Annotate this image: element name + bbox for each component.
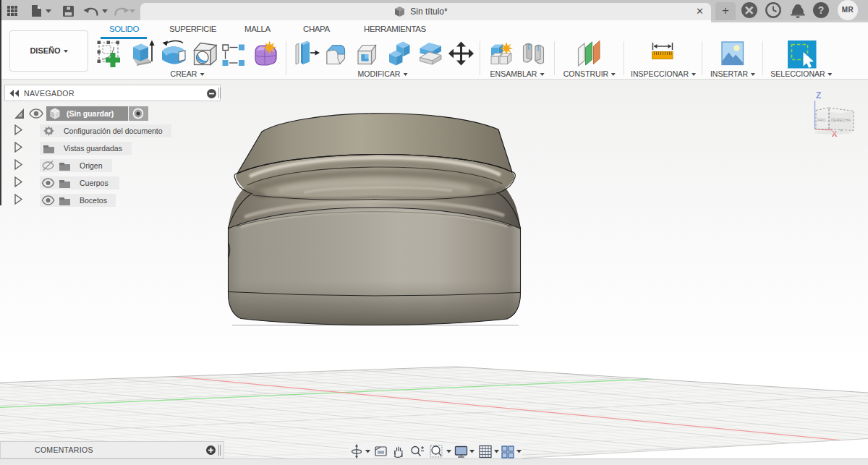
svg-text:Z: Z <box>816 90 821 101</box>
svg-text:?: ? <box>818 4 825 16</box>
svg-text:FRO..: FRO.. <box>817 118 828 122</box>
svg-text:DERECHA: DERECHA <box>831 118 851 122</box>
